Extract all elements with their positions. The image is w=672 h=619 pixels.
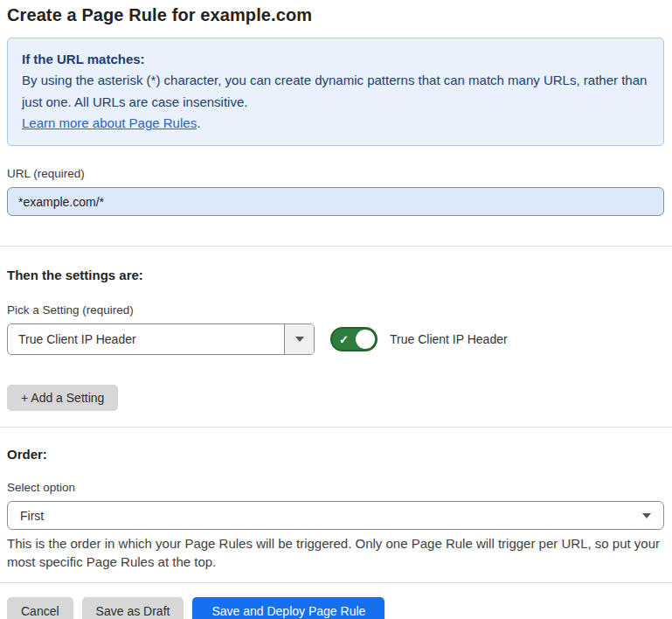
page-title: Create a Page Rule for example.com <box>7 5 664 25</box>
divider <box>0 427 672 428</box>
setting-dropdown-value: True Client IP Header <box>8 324 284 354</box>
divider <box>0 582 672 583</box>
toggle-knob <box>356 330 375 349</box>
url-input[interactable]: *example.com/* <box>7 187 664 216</box>
setting-dropdown-arrow-box[interactable] <box>284 324 314 354</box>
pick-setting-label: Pick a Setting (required) <box>7 303 664 316</box>
order-select[interactable]: First <box>7 501 664 530</box>
chevron-down-icon <box>642 513 651 518</box>
order-help-text: This is the order in which your Page Rul… <box>7 535 664 571</box>
order-section-heading: Order: <box>7 447 664 462</box>
divider <box>0 246 672 247</box>
learn-more-link[interactable]: Learn more about Page Rules <box>22 115 197 130</box>
url-field-label: URL (required) <box>7 167 664 180</box>
info-box-heading: If the URL matches: <box>22 49 649 70</box>
setting-dropdown[interactable]: True Client IP Header <box>7 323 315 355</box>
url-match-info-box: If the URL matches: By using the asteris… <box>7 38 664 146</box>
create-page-rule-form: Create a Page Rule for example.com If th… <box>0 0 672 619</box>
info-box-body: By using the asterisk (*) character, you… <box>22 70 649 113</box>
chevron-down-icon <box>295 337 304 342</box>
link-suffix: . <box>197 115 200 130</box>
add-setting-button[interactable]: + Add a Setting <box>7 385 118 411</box>
save-as-draft-button[interactable]: Save as Draft <box>82 597 184 619</box>
save-and-deploy-button[interactable]: Save and Deploy Page Rule <box>192 597 384 619</box>
cancel-button[interactable]: Cancel <box>7 597 73 619</box>
true-client-ip-toggle[interactable]: ✓ <box>330 327 378 351</box>
toggle-label: True Client IP Header <box>390 332 508 346</box>
check-icon: ✓ <box>339 334 349 345</box>
order-select-value: First <box>20 509 642 523</box>
info-box-link-line: Learn more about Page Rules. <box>22 113 649 134</box>
footer-actions: Cancel Save as Draft Save and Deploy Pag… <box>7 597 664 619</box>
setting-row: True Client IP Header ✓ True Client IP H… <box>7 323 664 355</box>
settings-section-heading: Then the settings are: <box>7 268 664 282</box>
url-input-value: *example.com/* <box>18 195 104 209</box>
select-option-label: Select option <box>7 481 664 494</box>
